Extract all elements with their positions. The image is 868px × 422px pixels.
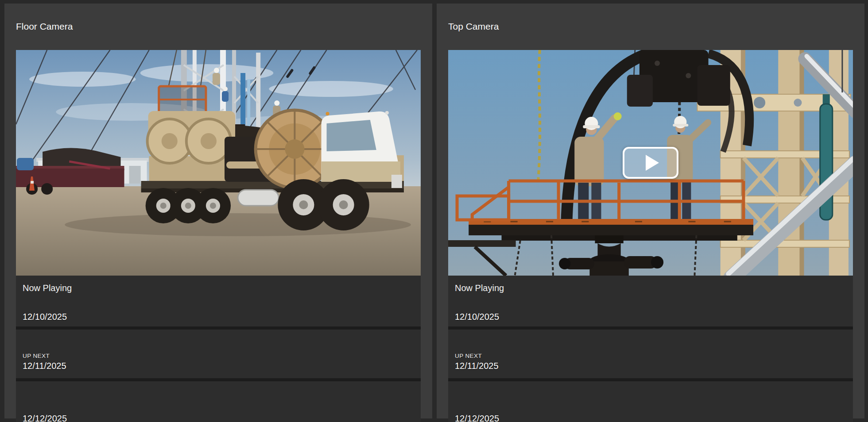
- now-playing-label: Now Playing: [455, 283, 846, 293]
- play-button[interactable]: [623, 147, 678, 179]
- floor-camera-title: Floor Camera: [16, 11, 421, 42]
- now-playing-row[interactable]: Now Playing 12/10/2025: [16, 276, 421, 326]
- later-date: 12/12/2025: [23, 414, 67, 422]
- later-date: 12/12/2025: [455, 414, 499, 422]
- row-divider: [16, 378, 421, 381]
- later-row[interactable]: 12/12/2025: [16, 381, 421, 422]
- up-next-row[interactable]: UP NEXT 12/11/2025: [448, 330, 853, 378]
- up-next-date: 12/11/2025: [23, 361, 414, 371]
- row-divider: [448, 378, 853, 381]
- top-camera-playlist: Now Playing 12/10/2025 UP NEXT 12/11/202…: [448, 276, 853, 422]
- now-playing-label: Now Playing: [23, 283, 414, 293]
- floor-camera-video[interactable]: [16, 50, 421, 276]
- floor-camera-playlist: Now Playing 12/10/2025 UP NEXT 12/11/202…: [16, 276, 421, 422]
- up-next-row[interactable]: UP NEXT 12/11/2025: [16, 330, 421, 378]
- up-next-label: UP NEXT: [23, 353, 414, 359]
- now-playing-date: 12/10/2025: [455, 312, 846, 322]
- row-divider: [16, 326, 421, 330]
- top-camera-video[interactable]: [448, 50, 853, 276]
- now-playing-row[interactable]: Now Playing 12/10/2025: [448, 276, 853, 326]
- camera-dashboard: Floor Camera: [0, 0, 868, 418]
- floor-camera-panel: Floor Camera: [4, 4, 432, 418]
- now-playing-date: 12/10/2025: [23, 312, 414, 322]
- top-camera-panel: Top Camera: [437, 4, 864, 418]
- later-row[interactable]: 12/12/2025: [448, 381, 853, 422]
- up-next-label: UP NEXT: [455, 353, 846, 359]
- row-divider: [448, 326, 853, 330]
- up-next-date: 12/11/2025: [455, 361, 846, 371]
- floor-camera-still-image: [16, 50, 421, 276]
- play-icon: [646, 155, 659, 171]
- top-camera-title: Top Camera: [448, 11, 853, 42]
